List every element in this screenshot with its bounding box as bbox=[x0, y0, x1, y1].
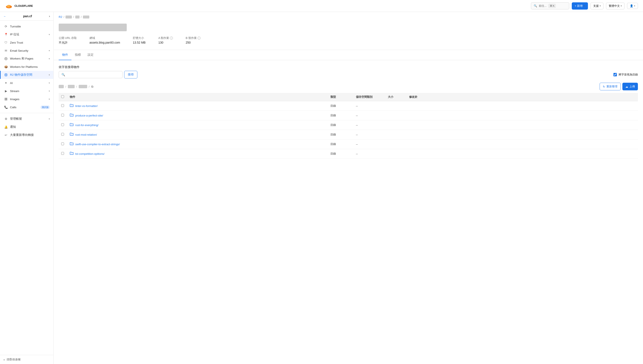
meta-public-url-value: 不允許 bbox=[59, 41, 77, 45]
folder-icon bbox=[70, 152, 74, 156]
new-button-label: + 新增 bbox=[575, 4, 582, 8]
sidebar-item-images[interactable]: 🖼 Images ▾ bbox=[0, 95, 53, 103]
support-caret: ▾ bbox=[600, 5, 601, 7]
images-arrow-icon: ▾ bbox=[49, 98, 50, 100]
sidebar-item-zero-trust[interactable]: 🛡 Zero Trust bbox=[0, 38, 53, 46]
upload-button[interactable]: ☁ 上傳 bbox=[622, 83, 638, 90]
tab-metrics[interactable]: 指標 bbox=[72, 50, 84, 60]
row-checkbox[interactable] bbox=[61, 123, 64, 126]
row-storage-class: -- bbox=[354, 149, 385, 158]
col-header-object: 物件 bbox=[67, 93, 328, 101]
table-header-row: 物件 類型 儲存空間類別 大小 修改於 bbox=[59, 93, 638, 101]
svg-point-2 bbox=[10, 6, 12, 8]
object-search-input[interactable] bbox=[67, 73, 120, 76]
row-checkbox[interactable] bbox=[61, 133, 64, 136]
bell-icon: 🔔 bbox=[4, 125, 8, 129]
sidebar-item-stream[interactable]: ▶ Stream ▾ bbox=[0, 87, 53, 95]
row-modified bbox=[406, 140, 638, 149]
sidebar-label-zero-trust: Zero Trust bbox=[10, 41, 50, 44]
sidebar-item-email-security[interactable]: ✉ Email Security ▾ bbox=[0, 46, 53, 55]
ai-arrow-icon: ▾ bbox=[49, 82, 50, 84]
object-link[interactable]: rust-for-everything/ bbox=[70, 123, 325, 127]
meta-storage-value: 13.52 MB bbox=[133, 41, 146, 44]
row-name: linter-vs-formatter/ bbox=[67, 101, 328, 111]
folder-icon bbox=[70, 104, 74, 108]
object-link[interactable]: toi-competition-opitions/ bbox=[70, 152, 325, 156]
meta-class-b-value: 250 bbox=[186, 41, 200, 44]
location-icon: 📍 bbox=[4, 32, 8, 36]
row-checkbox-cell bbox=[59, 149, 67, 158]
sidebar-label-r2: R2 物件儲存空間 bbox=[10, 73, 46, 77]
sidebar-item-bulk-redirect[interactable]: ↩ 大量重新導向轉接 bbox=[0, 131, 53, 139]
breadcrumb-sep2: / bbox=[73, 15, 74, 18]
breadcrumb-bucket bbox=[66, 16, 72, 18]
reorganize-label: 重新整理 bbox=[606, 84, 618, 88]
global-search[interactable]: 🔍 前往... ⌘ K bbox=[531, 2, 569, 9]
sidebar-item-workers-platforms[interactable]: 📦 Workers for Platforms bbox=[0, 63, 53, 71]
collapse-sidebar-button[interactable]: « 摺疊側邊欄 bbox=[4, 358, 50, 362]
language-label: 繁體中文 bbox=[609, 4, 620, 8]
sidebar-item-r2-storage[interactable]: R2 物件儲存空間 ▾ bbox=[0, 71, 53, 79]
class-b-info-icon[interactable]: i bbox=[198, 36, 200, 40]
reorganize-icon: ↻ bbox=[603, 85, 605, 88]
path-part-2 bbox=[68, 85, 75, 88]
table-row: swift-use-compiler-to-extract-strings/ 目… bbox=[59, 140, 638, 149]
sidebar-item-ip-address[interactable]: 📍 IP 位址 ▾ bbox=[0, 30, 53, 38]
object-link[interactable]: linter-vs-formatter/ bbox=[70, 104, 325, 108]
sidebar-nav: ⟳ Turnstile 📍 IP 位址 ▾ 🛡 Zero Trust ✉ Ema… bbox=[0, 20, 53, 355]
tab-settings[interactable]: 設定 bbox=[84, 50, 97, 60]
sidebar-item-turnstile[interactable]: ⟳ Turnstile bbox=[0, 22, 53, 30]
main-content: R2 / / / 公開 URL 存取 不允許 網域 assets.blog.p bbox=[54, 12, 643, 364]
row-modified bbox=[406, 130, 638, 140]
meta-grid: 公開 URL 存取 不允許 網域 assets.blog.pan93.com 貯… bbox=[59, 36, 638, 45]
folder-icon bbox=[70, 132, 74, 137]
sidebar-back-button[interactable]: ← bbox=[4, 15, 6, 18]
email-arrow-icon: ▾ bbox=[49, 49, 50, 52]
row-checkbox-cell bbox=[59, 111, 67, 120]
folder-icon bbox=[70, 113, 74, 118]
meta-class-a-label: A 類作業 i bbox=[158, 36, 173, 40]
sidebar-item-workers-pages[interactable]: Workers 和 Pages ▾ bbox=[0, 55, 53, 63]
support-button[interactable]: 支援 ▾ bbox=[590, 2, 604, 9]
row-checkbox[interactable] bbox=[61, 152, 64, 155]
language-button[interactable]: 繁體中文 ▾ bbox=[606, 2, 624, 9]
search-button[interactable]: 搜尋 bbox=[124, 71, 137, 78]
folder-icon bbox=[70, 142, 74, 146]
copy-path-icon[interactable]: ⧉ bbox=[91, 85, 93, 88]
sidebar-label-ai: AI bbox=[10, 82, 46, 84]
header-left: CLOUDFLARE bbox=[5, 4, 33, 8]
collapse-label: 摺疊側邊欄 bbox=[6, 358, 20, 362]
object-link[interactable]: produce-a-perfect-site/ bbox=[70, 113, 325, 118]
sidebar-item-ai[interactable]: ✦ AI ▾ bbox=[0, 79, 53, 87]
ai-icon: ✦ bbox=[4, 81, 8, 85]
row-name: produce-a-perfect-site/ bbox=[67, 111, 328, 120]
language-caret: ▾ bbox=[621, 5, 622, 7]
action-buttons: ↻ 重新整理 ☁ 上傳 bbox=[600, 83, 638, 90]
table-row: toi-competition-opitions/ 目錄 -- bbox=[59, 149, 638, 158]
search-shortcut: ⌘ K bbox=[548, 4, 556, 8]
sidebar-domain: pan.cf bbox=[23, 14, 32, 18]
new-button[interactable]: + 新增 ▾ bbox=[572, 2, 588, 10]
object-search-field[interactable]: 🔍 bbox=[59, 71, 122, 78]
object-link[interactable]: swift-use-compiler-to-extract-strings/ bbox=[70, 142, 325, 146]
row-checkbox[interactable] bbox=[61, 114, 64, 116]
row-checkbox[interactable] bbox=[61, 104, 64, 107]
breadcrumb-r2-link[interactable]: R2 bbox=[59, 15, 62, 18]
sidebar-item-manage-account[interactable]: ⚙ 管理帳號 ▾ bbox=[0, 115, 53, 123]
reorganize-button[interactable]: ↻ 重新整理 bbox=[600, 83, 621, 90]
sidebar-item-notifications[interactable]: 🔔 通知 bbox=[0, 123, 53, 131]
email-icon: ✉ bbox=[4, 49, 8, 52]
dir-checkbox-input[interactable] bbox=[614, 73, 617, 76]
tab-objects[interactable]: 物件 bbox=[59, 50, 72, 60]
row-storage-class: -- bbox=[354, 101, 385, 111]
sidebar-item-calls[interactable]: 📞 Calls 測試版 bbox=[0, 103, 53, 111]
select-all-checkbox[interactable] bbox=[61, 95, 64, 98]
tab-content-objects: 依字首搜尋物件 🔍 搜尋 將字首視為目錄 bbox=[54, 60, 643, 164]
object-name: rust-mod-relation/ bbox=[75, 133, 97, 136]
row-checkbox[interactable] bbox=[61, 142, 64, 145]
object-link[interactable]: rust-mod-relation/ bbox=[70, 132, 325, 137]
table-row: rust-mod-relation/ 目錄 -- bbox=[59, 130, 638, 140]
sidebar-expand-icon[interactable]: › bbox=[49, 14, 50, 18]
class-a-info-icon[interactable]: i bbox=[170, 36, 173, 40]
account-button[interactable]: 👤 ▾ bbox=[627, 3, 638, 9]
